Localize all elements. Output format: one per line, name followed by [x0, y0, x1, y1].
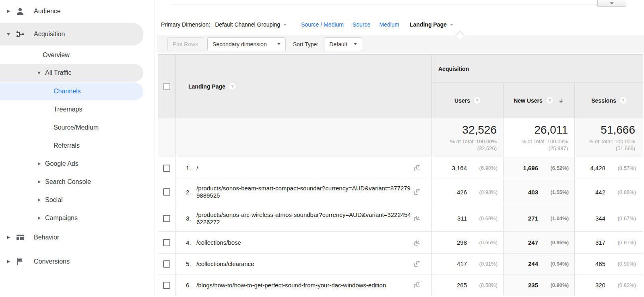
metric-pct: (0.93%): [467, 189, 497, 195]
users-column-header[interactable]: Users ?: [432, 83, 504, 118]
landing-page-column-header[interactable]: Landing Page ?: [175, 55, 432, 118]
metric-pct: (0.65%): [467, 239, 497, 245]
metric-value: 235: [528, 282, 538, 289]
open-in-new-window-icon[interactable]: [414, 261, 421, 267]
acquisition-group-header: Acquisition Users ? New Users ? Ses: [432, 55, 643, 118]
row-checkbox[interactable]: [163, 239, 170, 246]
row-checkbox[interactable]: [163, 165, 170, 172]
row-number: 2.: [186, 189, 196, 196]
sidebar-item-overview[interactable]: Overview: [0, 46, 154, 64]
users-cell: 426(0.93%): [432, 179, 504, 205]
select-all-checkbox[interactable]: [163, 83, 170, 90]
chevron-down-icon: [283, 24, 287, 26]
table-row: 6. /blogs/how-to/how-to-get-perfect-soun…: [158, 274, 643, 296]
sidebar-item-acquisition[interactable]: Acquisition: [0, 23, 143, 45]
sessions-column-header[interactable]: Sessions ?: [575, 83, 643, 118]
sidebar-item-channels[interactable]: Channels: [0, 82, 143, 100]
totals-sessions-cell: 51,666 % of Total: 100.00% (51,666): [575, 118, 643, 157]
chevron-right-icon: [37, 180, 41, 184]
dimension-active-landing-page[interactable]: Landing Page: [410, 21, 453, 28]
open-in-new-window-icon[interactable]: [414, 189, 421, 195]
dimension-link-source[interactable]: Source: [353, 21, 370, 28]
sessions-cell: 465(0.90%): [575, 254, 643, 274]
totals-new-users-pct: % of Total: 100.09%: [522, 138, 568, 145]
open-in-new-window-icon[interactable]: [414, 282, 421, 289]
sidebar-item-label: All Traffic: [45, 69, 72, 76]
collapse-chart-button[interactable]: [597, 0, 626, 7]
sidebar-item-label: Referrals: [54, 142, 80, 149]
sidebar-item-social[interactable]: Social: [0, 191, 154, 209]
table-row: 3. /products/sonos-arc-wireless-atmos-so…: [158, 205, 643, 232]
landing-page-url: /: [196, 165, 198, 172]
open-in-new-window-icon[interactable]: [414, 165, 421, 171]
metric-pct: (0.90%): [605, 261, 636, 267]
sidebar-item-label: Search Console: [45, 178, 91, 186]
sidebar-item-audience[interactable]: Audience: [0, 2, 154, 20]
sidebar-item-treemaps[interactable]: Treemaps: [0, 100, 154, 118]
metric-value: 417: [457, 260, 467, 267]
sidebar-item-campaigns[interactable]: Campaigns: [0, 209, 154, 227]
metric-subheaders: Users ? New Users ? Sessions ?: [432, 83, 643, 118]
new-users-cell: 244(0.94%): [504, 254, 575, 274]
chart-area-divider: [171, 4, 627, 4]
row-checkbox[interactable]: [163, 188, 170, 196]
dimension-link-medium[interactable]: Medium: [379, 21, 399, 28]
metric-pct: (0.67%): [605, 215, 636, 221]
open-in-new-window-icon[interactable]: [414, 215, 421, 222]
help-icon[interactable]: ?: [546, 97, 553, 104]
column-header-label: Sessions: [591, 97, 616, 104]
table-header: Landing Page ? Acquisition Users ? New U…: [158, 55, 643, 118]
sidebar-item-google-ads[interactable]: Google Ads: [0, 155, 154, 173]
metric-value: 403: [528, 189, 538, 196]
totals-users-sub: (32,526): [477, 145, 497, 152]
help-icon[interactable]: ?: [229, 83, 236, 90]
active-dimension-label: Landing Page: [410, 21, 447, 28]
totals-new-users-value: 26,011: [534, 124, 568, 136]
metric-value: 344: [595, 215, 605, 222]
metric-pct: (0.94%): [538, 261, 569, 267]
help-icon[interactable]: ?: [620, 97, 627, 104]
sidebar-item-all-traffic[interactable]: All Traffic: [0, 64, 143, 82]
sidebar-item-label: Social: [45, 196, 63, 204]
landing-page-table: Landing Page ? Acquisition Users ? New U…: [158, 54, 643, 297]
help-icon[interactable]: ?: [474, 97, 481, 104]
row-number: 6.: [186, 282, 196, 289]
row-number: 1.: [186, 165, 196, 171]
row-checkbox[interactable]: [163, 282, 170, 289]
window-layout-icon: [15, 233, 25, 242]
secondary-dimension-button[interactable]: Secondary dimension: [207, 37, 286, 51]
sort-type-label: Sort Type:: [293, 41, 319, 47]
row-checkbox-cell: [158, 274, 175, 296]
metric-pct: (0.68%): [467, 215, 497, 221]
sidebar-item-label: Google Ads: [45, 160, 78, 167]
totals-users-cell: 32,526 % of Total: 100.00% (32,526): [432, 118, 504, 157]
metric-pct: (0.95%): [538, 239, 569, 245]
metric-pct: (0.90%): [538, 282, 569, 288]
metric-value: 317: [595, 239, 605, 246]
metric-value: 320: [595, 282, 605, 289]
sidebar-item-search-console[interactable]: Search Console: [0, 173, 154, 191]
row-checkbox[interactable]: [163, 215, 170, 222]
metric-value: 465: [595, 260, 605, 267]
sidebar-item-label: Treemaps: [54, 106, 82, 113]
table-toolbar: Plot Rows Secondary dimension Sort Type:…: [157, 35, 644, 53]
open-in-new-window-icon[interactable]: [414, 239, 421, 246]
sessions-cell: 344(0.67%): [575, 205, 643, 231]
flag-icon: [15, 257, 25, 266]
sidebar-item-source-medium[interactable]: Source/Medium: [0, 118, 154, 136]
metric-value: 298: [457, 239, 467, 246]
dimension-link-source-medium[interactable]: Source / Medium: [301, 21, 344, 28]
sidebar-item-label: Overview: [43, 52, 70, 59]
sidebar-item-conversions[interactable]: Conversions: [0, 253, 154, 270]
sidebar-item-behavior[interactable]: Behavior: [0, 229, 154, 246]
row-checkbox[interactable]: [163, 260, 170, 268]
default-channel-grouping-dropdown[interactable]: Default Channel Grouping: [215, 21, 287, 28]
sort-type-button[interactable]: Default: [324, 37, 362, 51]
new-users-column-header[interactable]: New Users ?: [504, 83, 575, 118]
plot-rows-button[interactable]: Plot Rows: [167, 37, 203, 51]
sidebar-item-label: Campaigns: [45, 214, 78, 222]
sidebar-item-referrals[interactable]: Referrals: [0, 136, 154, 155]
totals-users-pct: % of Total: 100.00%: [450, 138, 497, 145]
landing-page-url: /products/sonos-arc-wireless-atmos-sound…: [196, 211, 411, 226]
new-users-cell: 403(1.55%): [504, 179, 575, 205]
